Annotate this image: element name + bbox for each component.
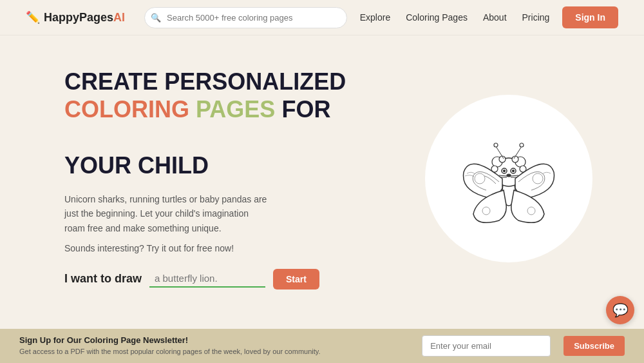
main-nav: Explore Coloring Pages About Pricing [360, 12, 550, 23]
search-bar: 🔍 [144, 7, 347, 28]
search-icon: 🔍 [151, 13, 161, 23]
subscribe-button[interactable]: Subscribe [564, 336, 625, 356]
svg-point-23 [475, 173, 485, 184]
svg-point-25 [482, 207, 490, 215]
svg-point-24 [533, 173, 543, 184]
hero-title: CREATE PERSONALIZED COLORING PAGES FOR Y… [64, 68, 399, 179]
draw-input[interactable] [149, 270, 265, 288]
newsletter-title: Sign Up for Our Coloring Page Newsletter… [19, 335, 409, 345]
logo[interactable]: ✏️ HappyPagesAI [26, 10, 125, 25]
svg-point-22 [520, 143, 524, 147]
start-button[interactable]: Start [273, 269, 319, 289]
hero-text-block: CREATE PERSONALIZED COLORING PAGES FOR Y… [64, 68, 399, 289]
chat-button[interactable]: 💬 [606, 296, 634, 324]
hero-subtitle: Unicorn sharks, running turtles or baby … [64, 192, 270, 235]
svg-point-26 [527, 207, 535, 215]
newsletter-text: Sign Up for Our Coloring Page Newsletter… [19, 335, 409, 357]
nav-pricing[interactable]: Pricing [522, 12, 550, 23]
draw-label: I want to draw [64, 272, 142, 286]
svg-point-20 [494, 143, 498, 147]
logo-icon: ✏️ [26, 10, 40, 25]
nav-coloring-pages[interactable]: Coloring Pages [406, 12, 468, 23]
nav-about[interactable]: About [483, 12, 507, 23]
nav-explore[interactable]: Explore [360, 12, 390, 23]
logo-text: HappyPagesAI [44, 11, 125, 25]
newsletter-description: Get access to a PDF with the most popula… [19, 348, 321, 355]
hero-cta: Sounds interesting? Try it out for free … [64, 243, 399, 253]
svg-point-12 [504, 170, 506, 172]
newsletter-banner: Sign Up for Our Coloring Page Newsletter… [0, 329, 644, 363]
draw-row: I want to draw Start [64, 269, 399, 289]
chat-icon: 💬 [612, 302, 629, 318]
svg-point-14 [507, 174, 511, 177]
search-input[interactable] [144, 7, 347, 28]
butterfly-illustration [444, 114, 573, 243]
newsletter-email-input[interactable] [422, 335, 551, 357]
hero-image [425, 95, 592, 262]
svg-point-13 [513, 170, 515, 172]
hero-section: CREATE PERSONALIZED COLORING PAGES FOR Y… [0, 35, 644, 315]
sign-in-button[interactable]: Sign In [562, 6, 618, 28]
